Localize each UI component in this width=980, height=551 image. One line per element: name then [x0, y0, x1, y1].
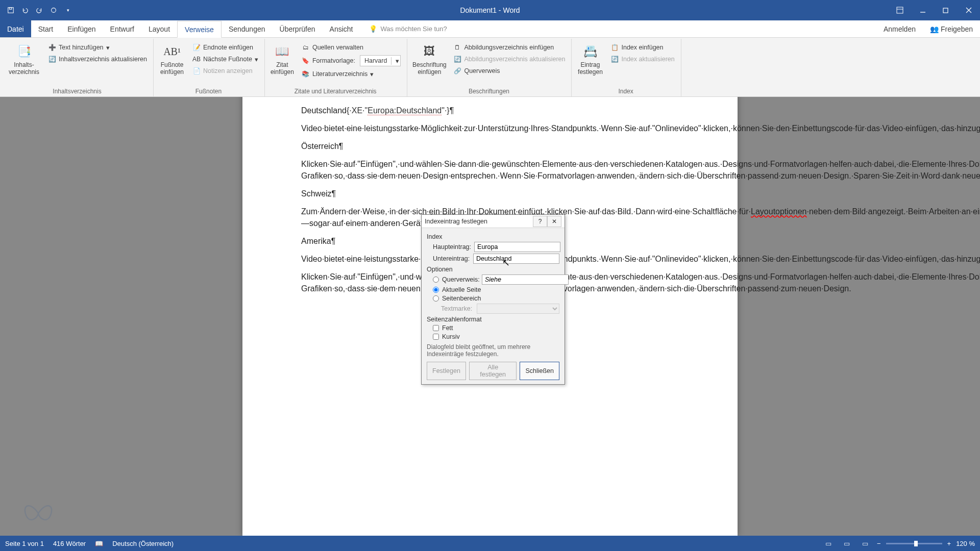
view-web-icon[interactable]: ▭: [859, 538, 872, 548]
group-toc: 📑Inhalts- verzeichnis ➕Text hinzufügen ▾…: [2, 39, 154, 96]
insert-index-icon: 📋: [610, 43, 619, 52]
minimize-icon[interactable]: [911, 3, 934, 18]
mark-entry-icon: 📇: [581, 43, 599, 60]
zoom-out-icon[interactable]: −: [877, 540, 881, 547]
zoom-level[interactable]: 120 %: [956, 540, 975, 547]
sub-entry-label: Untereintrag:: [433, 255, 470, 262]
italic-label: Kursiv: [442, 333, 460, 340]
insert-footnote-button[interactable]: AB¹Fußnote einfügen: [156, 41, 188, 77]
figures-icon: 🗒: [453, 43, 461, 52]
insert-endnote-button[interactable]: 📝Endnote einfügen: [189, 42, 261, 53]
update-figures-button[interactable]: 🔄Abbildungsverzeichnis aktualisieren: [450, 54, 568, 65]
statusbar: Seite 1 von 1 416 Wörter 📖 Deutsch (Öste…: [0, 536, 980, 551]
update-index-icon: 🔄: [610, 55, 619, 63]
cross-ref-button[interactable]: 🔗Querverweis: [450, 65, 568, 77]
lightbulb-icon: 💡: [369, 25, 377, 33]
tab-file[interactable]: Datei: [0, 20, 31, 37]
svg-rect-0: [8, 8, 14, 13]
bibliography-button[interactable]: 📚Literaturverzeichnis ▾: [299, 68, 404, 80]
bookmark-select: [477, 304, 559, 314]
manage-sources-button[interactable]: 🗂Quellen verwalten: [299, 42, 404, 53]
dialog-titlebar[interactable]: Indexeintrag festlegen ? ✕: [422, 215, 565, 228]
touchmode-icon[interactable]: [47, 4, 60, 17]
status-page[interactable]: Seite 1 von 1: [5, 540, 44, 547]
share-button[interactable]: 👥Freigeben: [923, 20, 980, 37]
qat-customize-icon[interactable]: ▾: [61, 4, 75, 17]
close-icon[interactable]: [957, 3, 980, 18]
radio-crossref[interactable]: [433, 277, 439, 283]
radio-current-page[interactable]: [433, 287, 439, 293]
redo-icon[interactable]: [33, 4, 46, 17]
save-icon[interactable]: [4, 4, 17, 17]
tab-mailings[interactable]: Sendungen: [222, 20, 273, 37]
bold-label: Fett: [442, 324, 453, 332]
svg-rect-3: [897, 7, 903, 13]
toc-button[interactable]: 📑Inhalts- verzeichnis: [4, 41, 44, 76]
dialog-mark-index-entry: Indexeintrag festlegen ? ✕ Index Hauptei…: [421, 214, 565, 385]
signin-link[interactable]: Anmelden: [876, 20, 923, 37]
tab-references[interactable]: Verweise: [177, 21, 222, 38]
titlebar: ▾ Dokument1 - Word: [0, 0, 980, 20]
radio-page-range[interactable]: [433, 295, 439, 302]
ribbon-options-icon[interactable]: [888, 3, 911, 18]
update-index-button[interactable]: 🔄Index aktualisieren: [607, 54, 677, 65]
group-footnotes: AB¹Fußnote einfügen 📝Endnote einfügen AB…: [154, 39, 265, 96]
zoom-slider[interactable]: [886, 543, 942, 544]
caption-icon: 🖼: [421, 43, 438, 60]
add-text-button[interactable]: ➕Text hinzufügen ▾: [45, 42, 150, 53]
update-figures-icon: 🔄: [453, 55, 461, 63]
tab-draft[interactable]: Entwurf: [103, 20, 141, 37]
insert-caption-button[interactable]: 🖼Beschriftung einfügen: [409, 41, 449, 77]
crossref-input[interactable]: [482, 274, 569, 285]
page-range-label: Seitenbereich: [442, 295, 481, 302]
style-combo[interactable]: 🔖Formatvorlage: Harvard▾: [299, 54, 404, 68]
section-format: Seitenzahlenformat: [427, 316, 559, 323]
view-read-icon[interactable]: ▭: [822, 538, 835, 548]
next-footnote-button[interactable]: ABNächste Fußnote ▾: [189, 54, 261, 65]
sub-entry-input[interactable]: [473, 254, 559, 264]
dialog-help-icon[interactable]: ?: [533, 216, 547, 227]
insert-figures-button[interactable]: 🗒Abbildungsverzeichnis einfügen: [450, 42, 568, 53]
insert-index-button[interactable]: 📋Index einfügen: [607, 42, 677, 53]
line-xe: Deutschland{·XE·"Europa:Deutschland"·}: [301, 105, 679, 116]
tab-layout[interactable]: Layout: [141, 20, 177, 37]
checkbox-italic[interactable]: [433, 334, 439, 340]
quick-access-toolbar: ▾: [0, 4, 75, 17]
main-entry-label: Haupteintrag:: [433, 243, 471, 251]
window-controls: [888, 3, 980, 18]
crossref-icon: 🔗: [453, 67, 461, 75]
section-options: Optionen: [427, 266, 559, 273]
window-title: Dokument1 - Word: [460, 6, 520, 14]
show-notes-button[interactable]: 📄Notizen anzeigen: [189, 65, 261, 77]
update-icon: 🔄: [48, 55, 56, 63]
mark-entry-button[interactable]: 📇Eintrag festlegen: [574, 41, 606, 76]
status-words[interactable]: 416 Wörter: [53, 540, 86, 547]
view-print-icon[interactable]: ▭: [840, 538, 853, 548]
group-index: 📇Eintrag festlegen 📋Index einfügen 🔄Inde…: [572, 39, 681, 96]
mark-all-button[interactable]: Alle festlegen: [469, 362, 517, 380]
tab-insert[interactable]: Einfügen: [60, 20, 103, 37]
tab-view[interactable]: Ansicht: [323, 20, 360, 37]
zoom-in-icon[interactable]: +: [947, 540, 951, 547]
style-icon: 🔖: [302, 57, 310, 65]
crossref-label: Querverweis:: [442, 276, 479, 283]
status-language[interactable]: Deutsch (Österreich): [112, 540, 174, 547]
dialog-close-icon[interactable]: ✕: [547, 216, 561, 227]
mark-button[interactable]: Festlegen: [427, 362, 466, 380]
tab-start[interactable]: Start: [31, 20, 61, 37]
toc-icon: 📑: [15, 43, 33, 60]
maximize-icon[interactable]: [934, 3, 957, 18]
undo-icon[interactable]: [18, 4, 32, 17]
svg-point-2: [52, 8, 56, 13]
insert-citation-button[interactable]: 📖Zitat einfügen: [267, 41, 298, 80]
dialog-title: Indexeintrag festlegen: [425, 218, 487, 225]
checkbox-bold[interactable]: [433, 325, 439, 331]
tab-review[interactable]: Überprüfen: [273, 20, 323, 37]
sources-icon: 🗂: [302, 43, 310, 52]
section-index: Index: [427, 233, 559, 240]
tell-me-search[interactable]: 💡 Was möchten Sie tun?: [360, 20, 447, 37]
update-toc-button[interactable]: 🔄Inhaltsverzeichnis aktualisieren: [45, 54, 150, 65]
close-button[interactable]: Schließen: [520, 362, 559, 380]
main-entry-input[interactable]: [474, 242, 560, 252]
status-spellcheck-icon[interactable]: 📖: [95, 540, 103, 547]
